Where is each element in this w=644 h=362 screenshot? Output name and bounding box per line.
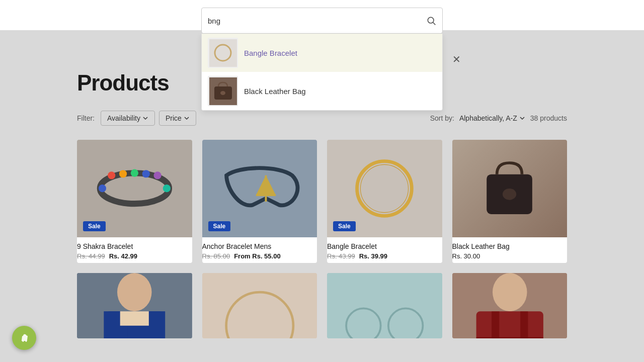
product-name-2: Anchor Bracelet Mens — [202, 242, 317, 250]
svg-point-11 — [131, 169, 138, 177]
svg-point-9 — [108, 172, 115, 179]
availability-filter-label: Availability — [107, 114, 140, 122]
search-bar — [201, 8, 443, 34]
price-sale-2: From Rs. 55.00 — [234, 252, 281, 260]
product-card-9-shakra[interactable]: Sale 9 Shakra Bracelet Rs. 44.99 Rs. 42.… — [77, 140, 192, 263]
svg-point-23 — [117, 273, 152, 311]
product-img-person-suit — [77, 273, 192, 338]
suggestion-bag-img — [208, 76, 238, 106]
sort-chevron-icon — [519, 115, 525, 121]
product-image-wrap-2: Sale — [202, 140, 317, 237]
svg-point-6 — [220, 91, 225, 95]
svg-rect-36 — [327, 273, 442, 338]
svg-point-0 — [428, 17, 434, 23]
search-dropdown: Bangle Bracelet Black Leather Bag — [201, 34, 443, 111]
product-info-2: Anchor Bracelet Mens Rs. 85.00 From Rs. … — [202, 237, 317, 263]
product-image-row2-2 — [202, 273, 317, 338]
product-card-row2-3[interactable] — [327, 273, 442, 338]
product-card-bangle[interactable]: Sale Bangle Bracelet Rs. 43.99 Rs. 39.99 — [327, 140, 442, 263]
search-input[interactable] — [208, 17, 422, 25]
svg-point-49 — [23, 340, 24, 342]
product-card-anchor[interactable]: Sale Anchor Bracelet Mens Rs. 85.00 From… — [202, 140, 317, 263]
svg-point-42 — [492, 273, 527, 311]
price-original-2: Rs. 85.00 — [202, 252, 230, 260]
svg-point-21 — [503, 189, 516, 200]
shopify-icon — [17, 331, 31, 345]
svg-rect-2 — [209, 39, 237, 67]
price-sale: Rs. 42.99 — [109, 252, 137, 260]
product-prices-4: Rs. 30.00 — [452, 252, 568, 260]
suggestion-bangle-label: Bangle Bracelet — [244, 49, 297, 57]
svg-point-12 — [142, 170, 149, 178]
sort-button[interactable]: Alphabetically, A-Z — [459, 114, 525, 122]
svg-point-14 — [163, 185, 171, 192]
product-image-row2-4 — [452, 273, 568, 338]
suggestion-bangle-bracelet[interactable]: Bangle Bracelet — [202, 34, 442, 72]
svg-point-8 — [99, 185, 106, 192]
suggestion-black-leather-bag[interactable]: Black Leather Bag — [202, 72, 442, 110]
product-card-row2-2[interactable] — [202, 273, 317, 338]
product-img-person-plaid — [452, 273, 568, 338]
product-prices: Rs. 44.99 Rs. 42.99 — [77, 252, 192, 260]
svg-rect-27 — [120, 311, 149, 326]
svg-line-1 — [433, 23, 436, 25]
shopify-badge[interactable] — [12, 326, 36, 350]
product-image-wrap-3: Sale — [327, 140, 442, 237]
product-name-4: Black Leather Bag — [452, 242, 568, 250]
sort-label: Sort by: — [430, 114, 454, 122]
product-info-3: Bangle Bracelet Rs. 43.99 Rs. 39.99 — [327, 237, 442, 263]
product-image-row2-1 — [77, 273, 192, 338]
product-image-row2-3 — [327, 273, 442, 338]
chevron-down-icon — [142, 115, 148, 121]
price-sale-3: Rs. 39.99 — [359, 252, 387, 260]
product-name: 9 Shakra Bracelet — [77, 242, 192, 250]
svg-point-19 — [361, 165, 409, 213]
product-image-black-bag — [452, 140, 568, 237]
product-card-black-bag[interactable]: Black Leather Bag Rs. 30.00 — [452, 140, 568, 263]
product-img-hoop — [202, 273, 317, 338]
suggestion-bangle-img — [208, 38, 238, 68]
filter-label: Filter: — [77, 114, 95, 122]
svg-point-50 — [26, 340, 27, 342]
suggestion-bag-label: Black Leather Bag — [244, 87, 306, 96]
filter-bar: Filter: Availability Price Sort by: Alph… — [77, 111, 567, 126]
svg-rect-28 — [202, 273, 317, 338]
price-filter-label: Price — [166, 114, 182, 122]
product-prices-3: Rs. 43.99 Rs. 39.99 — [327, 252, 442, 260]
price-filter-button[interactable]: Price — [159, 111, 196, 126]
product-info: 9 Shakra Bracelet Rs. 44.99 Rs. 42.99 — [77, 237, 192, 263]
products-count: 38 products — [530, 114, 567, 122]
sale-badge: Sale — [83, 221, 106, 231]
sale-badge-2: Sale — [208, 221, 231, 231]
sort-current-label: Alphabetically, A-Z — [459, 114, 517, 122]
price-regular-4: Rs. 30.00 — [452, 252, 480, 260]
product-img-earrings — [327, 273, 442, 338]
svg-point-10 — [119, 170, 127, 178]
price-original-3: Rs. 43.99 — [327, 252, 355, 260]
product-image-wrap: Sale — [77, 140, 192, 237]
search-container: ✕ Bangle Bracelet Black Leath — [201, 8, 443, 111]
chevron-down-icon-2 — [184, 115, 190, 121]
product-prices-2: Rs. 85.00 From Rs. 55.00 — [202, 252, 317, 260]
sort-section: Sort by: Alphabetically, A-Z 38 products — [430, 114, 567, 122]
search-icon — [426, 16, 436, 26]
sale-badge-3: Sale — [333, 221, 356, 231]
svg-point-13 — [153, 172, 161, 179]
product-image-wrap-4 — [452, 140, 568, 237]
product-card-row2-4[interactable] — [452, 273, 568, 338]
svg-rect-43 — [476, 311, 543, 338]
availability-filter-button[interactable]: Availability — [101, 111, 155, 126]
product-card-row2-1[interactable] — [77, 273, 192, 338]
svg-point-18 — [357, 161, 412, 216]
product-info-4: Black Leather Bag Rs. 30.00 — [452, 237, 568, 263]
product-name-3: Bangle Bracelet — [327, 242, 442, 250]
clear-search-button[interactable]: ✕ — [452, 54, 461, 64]
price-original: Rs. 44.99 — [77, 252, 105, 260]
products-grid: Sale 9 Shakra Bracelet Rs. 44.99 Rs. 42.… — [77, 140, 567, 338]
